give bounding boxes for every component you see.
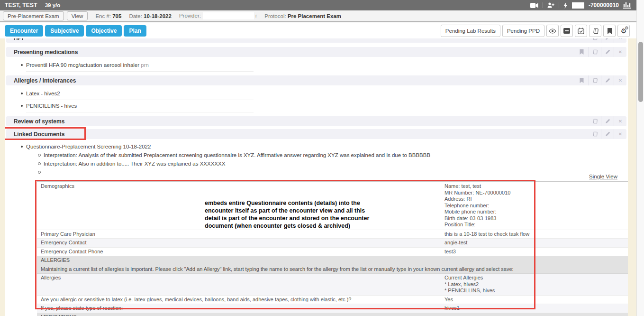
answer-value: angie-test [441, 239, 628, 247]
divider [543, 2, 543, 8]
medication-list-item: Proventil HFA 90 mcg/actuation aerosol i… [26, 62, 254, 72]
table-row: Allergies Current Allergies * Latex, hiv… [37, 274, 628, 296]
scrollbar-thumb[interactable] [638, 42, 643, 102]
table-row: Emergency Contact Phone test3 [37, 248, 628, 257]
question-label: Primary Care Physician [37, 230, 441, 239]
patient-age: 39 y/o [45, 2, 61, 8]
toolbar-right-actions: Pending Lab Results Pending PPD ⚙⚙ [441, 25, 630, 37]
section-header-linked-documents[interactable]: Linked Documents ✕ [6, 129, 626, 139]
table-section-header: MEDICATIONS [37, 313, 628, 316]
section-linked-documents-wrap: Linked Documents ✕ [5, 129, 628, 139]
calendar-check-icon[interactable] [575, 25, 587, 37]
section-header-allergies[interactable]: Allergies / Intolerances ✕ [6, 75, 626, 85]
allergy-list-item: Latex - hives2 [26, 90, 254, 100]
answer-value: Name: test, test MR Number: NE-700000010… [441, 182, 628, 230]
single-view-link-row: Single View [5, 174, 617, 180]
question-label: Emergency Contact Phone [37, 248, 441, 256]
interpretation-line-empty [44, 169, 628, 174]
pending-ppd-button[interactable]: Pending PPD [502, 25, 544, 37]
pencil-icon[interactable] [601, 38, 614, 43]
pencil-icon[interactable] [601, 47, 614, 57]
patient-name: TEST, TEST [5, 2, 37, 9]
section-title: Presenting medications [14, 49, 78, 56]
settings-gears-icon[interactable]: ⚙⚙ [617, 25, 630, 37]
section-header-presenting-medications[interactable]: Presenting medications ✕ [6, 47, 626, 57]
section-header-hpi[interactable]: HPI ✕ [6, 38, 626, 43]
pencil-icon[interactable] [601, 129, 614, 139]
close-icon[interactable]: ✕ [614, 47, 626, 57]
journal-icon[interactable] [588, 129, 601, 139]
bookmark-icon[interactable] [575, 47, 588, 57]
exam-type-button[interactable]: Pre-Placement Exam [3, 11, 64, 20]
pencil-icon[interactable] [601, 116, 614, 126]
interpretation-line: Interpretation: Also in addition to.....… [44, 160, 628, 167]
close-icon[interactable]: ✕ [614, 116, 626, 126]
interpretation-line: Interpretation: Analysis of their submit… [44, 152, 628, 158]
journal-icon[interactable] [589, 25, 601, 37]
allergy-list-item: PENICILLINS - hives [26, 102, 254, 112]
answer-value: this is a 10-18 test to check task flow [441, 230, 628, 239]
enc-number: Enc #: 705 [95, 13, 121, 19]
journal-icon[interactable] [588, 116, 601, 126]
close-icon[interactable]: ✕ [614, 38, 626, 43]
section-actions: ✕ [575, 75, 626, 85]
patient-id: -700000010 [589, 2, 619, 9]
section-header-review-of-systems[interactable]: Review of systems ✕ [6, 116, 626, 126]
lightning-icon[interactable] [563, 2, 568, 9]
encounter-sections: HPI ✕ Presenting medications ✕ Proventil… [5, 38, 628, 316]
objective-tab-button[interactable]: Objective [86, 25, 122, 37]
redaction-patch [572, 2, 584, 9]
vertical-scrollbar[interactable] [636, 0, 644, 316]
table-row: If yes, please state type of reaction: h… [37, 304, 628, 313]
section-title: Linked Documents [14, 131, 64, 138]
bookmark-icon[interactable] [575, 75, 588, 85]
question-label: If yes, please state type of reaction: [37, 304, 441, 313]
section-header-label: ALLERGIES [37, 256, 628, 265]
section-actions: ✕ [588, 129, 626, 139]
table-row: Demographics Name: test, test MR Number:… [37, 182, 628, 230]
close-icon[interactable]: ✕ [614, 75, 626, 85]
answer-value: Yes [441, 296, 628, 304]
subjective-tab-button[interactable]: Subjective [45, 25, 84, 37]
bar-chart-icon[interactable] [623, 2, 631, 9]
journal-icon[interactable] [588, 47, 601, 57]
pencil-icon[interactable] [601, 75, 614, 85]
encounter-bar: Pre-Placement Exam View Enc #: 705 Date:… [0, 10, 636, 22]
question-label: Emergency Contact [37, 239, 441, 247]
close-icon[interactable]: ✕ [614, 129, 626, 139]
section-header-label: MEDICATIONS [37, 313, 628, 316]
section-actions: ✕ [575, 47, 626, 57]
pending-lab-results-button[interactable]: Pending Lab Results [441, 25, 500, 37]
video-camera-icon[interactable] [530, 3, 538, 8]
enc-protocol: Protocol: Pre Placement Exam [264, 13, 341, 19]
answer-value: hives1 [441, 304, 628, 313]
question-label: Allergies [37, 274, 441, 295]
provider-redaction-patch [203, 12, 254, 19]
table-row: Emergency Contact angie-test [37, 239, 628, 248]
view-button[interactable]: View [67, 11, 88, 20]
eye-icon[interactable] [546, 25, 559, 37]
enc-date: Date: 10-18-2022 [129, 13, 172, 19]
section-actions: ✕ [588, 38, 626, 43]
enc-provider: Provider:r [179, 12, 257, 19]
table-row: Primary Care Physician this is a 10-18 t… [37, 230, 628, 239]
medication-frequency: prn [141, 62, 149, 68]
titlebar-actions: -700000010 [530, 2, 631, 9]
journal-icon[interactable] [588, 38, 601, 43]
journal-icon[interactable] [588, 75, 601, 85]
add-person-icon[interactable] [547, 2, 554, 8]
encounter-content-area: HPI ✕ Presenting medications ✕ Proventil… [0, 38, 636, 316]
annotation-note: embeds entire Questionnaire contents (de… [205, 199, 404, 230]
encounter-tab-button[interactable]: Encounter [5, 25, 43, 37]
table-section-header: ALLERGIES [37, 256, 628, 265]
divider [559, 2, 559, 8]
single-view-link[interactable]: Single View [589, 174, 617, 179]
section-actions: ✕ [588, 116, 626, 126]
questionnaire-table-wrap: Demographics Name: test, test MR Number:… [37, 181, 628, 316]
answer-value: Current Allergies * Latex, hives2 * PENI… [441, 274, 628, 295]
section-title: Allergies / Intolerances [14, 77, 76, 84]
question-label: Are you allergic or sensitive to latex (… [37, 296, 441, 304]
bookmark-icon[interactable] [603, 25, 616, 37]
plan-tab-button[interactable]: Plan [124, 25, 146, 37]
archive-box-icon[interactable] [561, 25, 573, 37]
